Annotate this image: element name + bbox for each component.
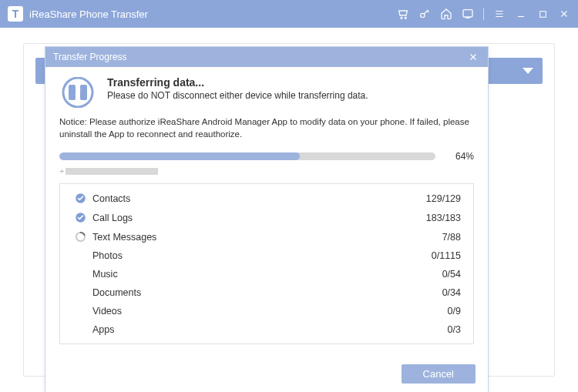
- transfer-item-label: Music: [88, 269, 442, 280]
- transfer-item-label: Apps: [88, 324, 448, 335]
- transfer-items-list: Contacts129/129Call Logs183/183Text Mess…: [59, 183, 474, 344]
- feedback-icon[interactable]: [462, 8, 474, 20]
- transfer-item-count: 0/54: [442, 269, 461, 280]
- spinner-icon: [72, 231, 88, 243]
- svg-point-1: [405, 17, 406, 18]
- current-item-bar: [66, 168, 158, 175]
- modal-title: Transfer Progress: [53, 52, 127, 62]
- modal-footer: Cancel: [45, 357, 488, 392]
- transfer-item-count: 0/9: [448, 306, 461, 317]
- transfer-item-label: Call Logs: [88, 213, 426, 223]
- window-close-icon[interactable]: [558, 8, 570, 20]
- transfer-item-label: Contacts: [88, 193, 426, 204]
- svg-rect-7: [80, 85, 87, 100]
- app-title: iReaShare Phone Transfer: [29, 8, 148, 20]
- transfer-item-label: Videos: [88, 306, 448, 317]
- progress-row: 64%: [59, 151, 474, 162]
- app-logo-letter: T: [12, 8, 19, 20]
- transfer-item-count: 0/1115: [432, 250, 461, 261]
- home-icon[interactable]: [440, 8, 452, 20]
- cancel-button[interactable]: Cancel: [402, 364, 476, 384]
- check-icon: [72, 193, 88, 204]
- svg-rect-4: [539, 11, 546, 17]
- transfer-header: Transferring data... Please do NOT disco…: [59, 76, 474, 109]
- svg-point-2: [421, 13, 425, 17]
- transfer-item-label: Documents: [88, 287, 442, 298]
- transfer-item-row: Music0/54: [60, 265, 473, 283]
- transfer-item-row: Photos0/1115: [60, 246, 473, 265]
- check-icon: [72, 212, 88, 223]
- close-icon[interactable]: [466, 50, 480, 64]
- current-item-indicator: +: [59, 166, 474, 176]
- progress-bar-fill: [59, 152, 300, 160]
- svg-point-5: [63, 78, 92, 107]
- main-area: Source: Transfer Progress: [0, 28, 578, 392]
- key-icon[interactable]: [418, 8, 431, 20]
- transfer-icon: [59, 76, 96, 109]
- minimize-icon[interactable]: [515, 8, 527, 20]
- svg-point-0: [401, 17, 402, 18]
- transfer-item-row: Text Messages7/88: [60, 227, 473, 246]
- transfer-item-row: Documents0/34: [60, 283, 473, 302]
- transfer-item-count: 129/129: [426, 193, 461, 204]
- transfer-subheading: Please do NOT disconnect either device w…: [107, 90, 368, 101]
- transfer-item-row: Videos0/9: [60, 302, 473, 320]
- transfer-progress-modal: Transfer Progress Transferring data...: [45, 46, 489, 392]
- transfer-item-count: 0/34: [442, 287, 461, 298]
- transfer-item-label: Photos: [88, 250, 432, 261]
- transfer-item-row: Contacts129/129: [60, 189, 473, 208]
- transfer-item-count: 7/88: [442, 232, 461, 243]
- current-item-prefix: +: [59, 166, 64, 176]
- transfer-item-row: Call Logs183/183: [60, 208, 473, 227]
- app-logo: T: [8, 6, 23, 22]
- svg-rect-3: [463, 10, 472, 17]
- modal-body: Transferring data... Please do NOT disco…: [45, 67, 488, 357]
- svg-rect-6: [69, 85, 76, 100]
- transfer-item-label: Text Messages: [88, 232, 442, 243]
- titlebar: T iReaShare Phone Transfer: [0, 0, 578, 28]
- titlebar-actions: [397, 8, 570, 20]
- menu-icon[interactable]: [493, 8, 506, 20]
- transfer-notice: Notice: Please authorize iReaShare Andro…: [59, 116, 474, 140]
- transfer-item-count: 0/3: [448, 324, 461, 335]
- titlebar-divider: [483, 8, 484, 20]
- maximize-icon[interactable]: [536, 8, 549, 20]
- progress-percent: 64%: [443, 151, 474, 162]
- progress-bar: [59, 152, 435, 160]
- cart-icon[interactable]: [397, 8, 409, 20]
- transfer-item-count: 183/183: [426, 213, 461, 223]
- transfer-heading: Transferring data...: [107, 76, 368, 89]
- chevron-down-icon: [523, 68, 533, 74]
- modal-header: Transfer Progress: [45, 47, 488, 67]
- transfer-item-row: Apps0/3: [60, 320, 473, 339]
